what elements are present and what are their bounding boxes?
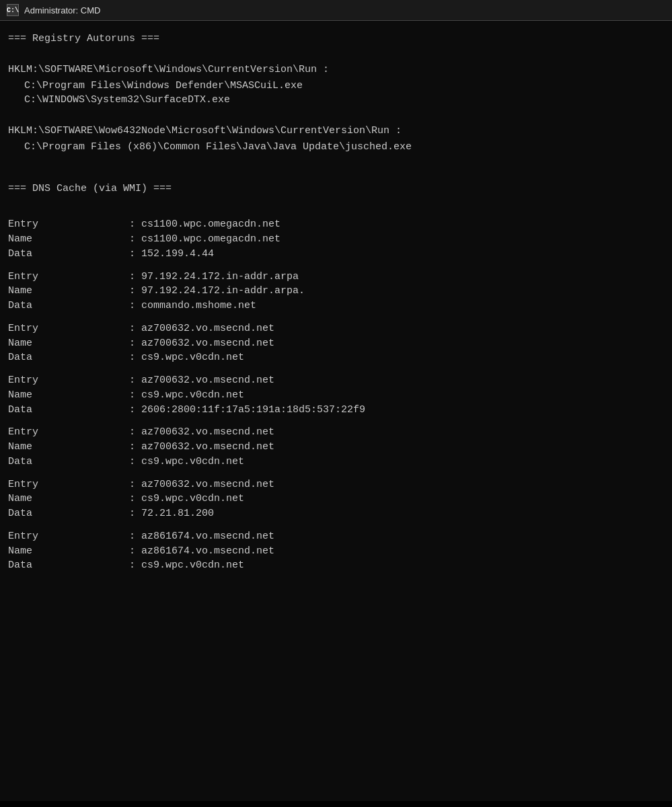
registry-value-1-0: C:\Program Files\Windows Defender\MSASCu… [8,79,664,93]
dns-value-entry-4: : az700632.vo.msecnd.net [129,373,274,388]
dns-row-entry-5: Entry : az700632.vo.msecnd.net [8,425,664,440]
dns-row-name-3: Name : az700632.vo.msecnd.net [8,336,664,351]
dns-label-entry-2: Entry [8,270,129,284]
dns-row-name-2: Name : 97.192.24.172.in-addr.arpa. [8,284,664,299]
dns-value-entry-5: : az700632.vo.msecnd.net [129,425,274,440]
dns-row-entry-7: Entry : az861674.vo.msecnd.net [8,529,664,544]
dns-value-data-5: : cs9.wpc.v0cdn.net [129,455,244,469]
dns-label-data-7: Data [8,558,129,573]
registry-block-1: HKLM:\SOFTWARE\Microsoft\Windows\Current… [8,63,664,108]
dns-value-name-4: : cs9.wpc.v0cdn.net [129,388,244,403]
dns-entry-3: Entry : az700632.vo.msecnd.net Name : az… [8,321,664,365]
dns-value-entry-7: : az861674.vo.msecnd.net [129,529,274,544]
terminal-body: === Registry Autoruns === HKLM:\SOFTWARE… [0,21,672,801]
dns-label-data-4: Data [8,403,129,418]
dns-value-name-1: : cs1100.wpc.omegacdn.net [129,232,281,247]
dns-label-name-2: Name [8,284,129,299]
dns-value-data-3: : cs9.wpc.v0cdn.net [129,350,244,365]
dns-row-name-4: Name : cs9.wpc.v0cdn.net [8,388,664,403]
dns-row-data-2: Data : commando.mshome.net [8,299,664,313]
dns-label-data-3: Data [8,350,129,365]
registry-block-2: HKLM:\SOFTWARE\Wow6432Node\Microsoft\Win… [8,124,664,155]
registry-section-header: === Registry Autoruns === [8,32,664,46]
dns-label-data-6: Data [8,506,129,521]
dns-value-data-4: : 2606:2800:11f:17a5:191a:18d5:537:22f9 [129,403,365,418]
dns-entry-2: Entry : 97.192.24.172.in-addr.arpa Name … [8,270,664,313]
dns-entry-7: Entry : az861674.vo.msecnd.net Name : az… [8,529,664,573]
dns-section-header: === DNS Cache (via WMI) === [8,182,664,196]
dns-row-data-4: Data : 2606:2800:11f:17a5:191a:18d5:537:… [8,403,664,418]
registry-value-2-0: C:\Program Files (x86)\Common Files\Java… [8,140,664,155]
dns-label-data-5: Data [8,455,129,469]
registry-value-1-1: C:\WINDOWS\System32\SurfaceDTX.exe [8,93,664,108]
registry-key-1: HKLM:\SOFTWARE\Microsoft\Windows\Current… [8,63,664,77]
dns-label-name-3: Name [8,336,129,351]
dns-row-data-6: Data : 72.21.81.200 [8,506,664,521]
dns-value-entry-6: : az700632.vo.msecnd.net [129,477,274,492]
title-bar: C:\ Administrator: CMD [0,0,672,21]
dns-entry-6: Entry : az700632.vo.msecnd.net Name : cs… [8,477,664,521]
dns-row-entry-4: Entry : az700632.vo.msecnd.net [8,373,664,388]
dns-value-data-2: : commando.mshome.net [129,299,256,313]
dns-row-name-6: Name : cs9.wpc.v0cdn.net [8,492,664,506]
dns-value-name-5: : az700632.vo.msecnd.net [129,440,274,455]
dns-label-name-5: Name [8,440,129,455]
dns-label-name-6: Name [8,492,129,506]
dns-value-data-1: : 152.199.4.44 [129,247,214,262]
dns-value-entry-2: : 97.192.24.172.in-addr.arpa [129,270,299,284]
dns-value-entry-3: : az700632.vo.msecnd.net [129,321,274,336]
dns-row-entry-6: Entry : az700632.vo.msecnd.net [8,477,664,492]
dns-value-data-7: : cs9.wpc.v0cdn.net [129,558,244,573]
dns-entry-1: Entry : cs1100.wpc.omegacdn.net Name : c… [8,217,664,261]
dns-label-name-1: Name [8,232,129,247]
dns-label-entry-4: Entry [8,373,129,388]
dns-label-data-2: Data [8,299,129,313]
dns-label-name-7: Name [8,544,129,559]
dns-entry-5: Entry : az700632.vo.msecnd.net Name : az… [8,425,664,469]
dns-label-entry-6: Entry [8,477,129,492]
dns-value-data-6: : 72.21.81.200 [129,506,214,521]
dns-label-name-4: Name [8,388,129,403]
dns-value-entry-1: : cs1100.wpc.omegacdn.net [129,217,281,232]
dns-row-data-7: Data : cs9.wpc.v0cdn.net [8,558,664,573]
dns-row-entry-1: Entry : cs1100.wpc.omegacdn.net [8,217,664,232]
dns-row-name-5: Name : az700632.vo.msecnd.net [8,440,664,455]
window-title: Administrator: CMD [24,5,100,15]
dns-value-name-2: : 97.192.24.172.in-addr.arpa. [129,284,305,299]
dns-label-entry-5: Entry [8,425,129,440]
dns-row-data-3: Data : cs9.wpc.v0cdn.net [8,350,664,365]
dns-value-name-7: : az861674.vo.msecnd.net [129,544,274,559]
dns-section: Entry : cs1100.wpc.omegacdn.net Name : c… [8,217,664,573]
dns-row-data-5: Data : cs9.wpc.v0cdn.net [8,455,664,469]
dns-row-entry-2: Entry : 97.192.24.172.in-addr.arpa [8,270,664,284]
dns-label-entry-1: Entry [8,217,129,232]
registry-key-2: HKLM:\SOFTWARE\Wow6432Node\Microsoft\Win… [8,124,664,139]
dns-label-entry-3: Entry [8,321,129,336]
dns-value-name-3: : az700632.vo.msecnd.net [129,336,274,351]
dns-label-data-1: Data [8,247,129,262]
dns-row-entry-3: Entry : az700632.vo.msecnd.net [8,321,664,336]
dns-row-name-1: Name : cs1100.wpc.omegacdn.net [8,232,664,247]
dns-row-name-7: Name : az861674.vo.msecnd.net [8,544,664,559]
dns-entry-4: Entry : az700632.vo.msecnd.net Name : cs… [8,373,664,417]
dns-value-name-6: : cs9.wpc.v0cdn.net [129,492,244,506]
dns-row-data-1: Data : 152.199.4.44 [8,247,664,262]
cmd-icon: C:\ [7,4,19,16]
dns-label-entry-7: Entry [8,529,129,544]
